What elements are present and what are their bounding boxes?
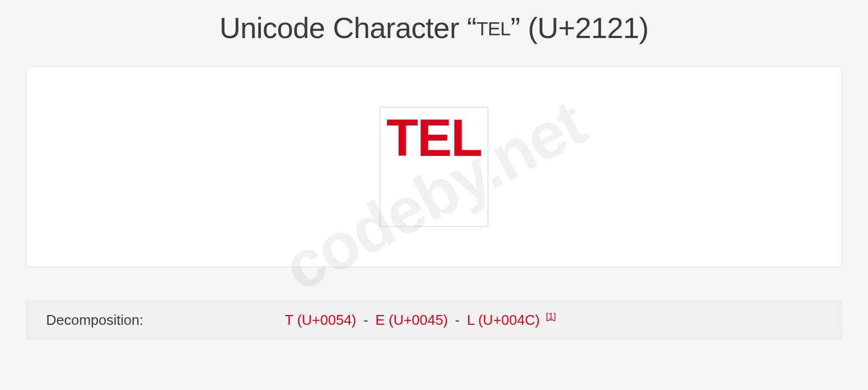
decomposition-row: Decomposition: T (U+0054) - E (U+0045) -… <box>26 301 842 339</box>
separator: - <box>360 312 372 328</box>
title-suffix: ” (U+2121) <box>510 11 649 44</box>
glyph-frame: TEL <box>380 107 488 227</box>
reference-link[interactable]: [1] <box>544 311 556 322</box>
decomposition-label: Decomposition: <box>46 312 285 329</box>
content-wrap: TEL Decomposition: T (U+0054) - E (U+004… <box>0 66 868 339</box>
big-glyph: TEL <box>386 112 481 164</box>
decomposition-link-t[interactable]: T (U+0054) <box>285 312 356 328</box>
separator: - <box>452 312 463 328</box>
title-glyph: TEL <box>476 18 510 39</box>
title-prefix: Unicode Character “ <box>219 11 476 44</box>
character-display-box: TEL <box>26 66 842 267</box>
decomposition-link-e[interactable]: E (U+0045) <box>375 312 448 328</box>
decomposition-value: T (U+0054) - E (U+0045) - L (U+004C) [1] <box>285 311 556 329</box>
page-title: Unicode Character “TEL” (U+2121) <box>0 0 868 66</box>
decomposition-link-l[interactable]: L (U+004C) <box>467 312 540 328</box>
